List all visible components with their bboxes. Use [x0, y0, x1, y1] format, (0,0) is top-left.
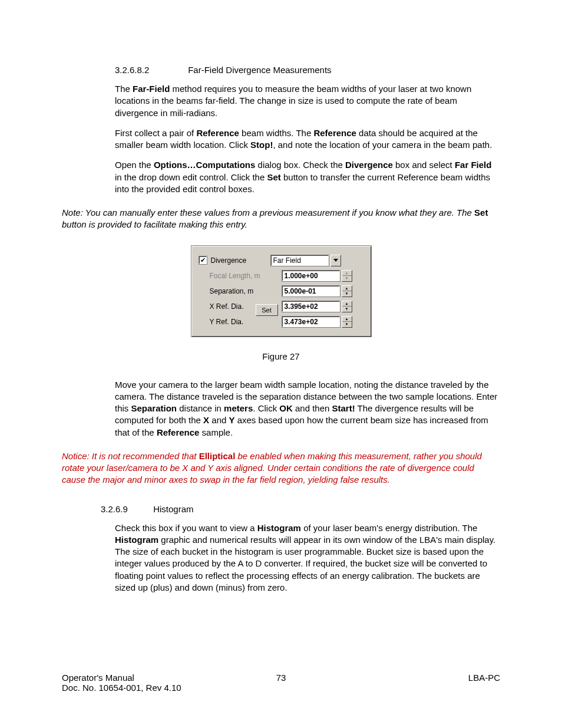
separation-label: Separation, m [210, 287, 254, 295]
separation-field[interactable]: 5.000e-01 [282, 285, 340, 297]
note: Note: You can manually enter these value… [62, 207, 500, 231]
focal-length-field[interactable]: 1.000e+00 [282, 270, 340, 282]
section-32682: 3.2.6.8.2 Far-Field Divergence Measureme… [115, 65, 500, 195]
heading-title: Histogram [153, 504, 193, 514]
yref-field[interactable]: 3.473e+02 [282, 316, 340, 328]
xref-spinner[interactable]: ▲▼ [342, 301, 352, 312]
xref-field[interactable]: 3.395e+02 [282, 301, 340, 312]
separation-spinner[interactable]: ▲▼ [342, 285, 352, 297]
focal-length-label: Focal Length, m [210, 272, 260, 280]
heading-number: 3.2.6.9 [101, 504, 151, 514]
chevron-down-icon [333, 259, 338, 262]
paragraph: Move your camera to the larger beam widt… [115, 379, 500, 439]
divergence-checkbox[interactable]: ✔ [199, 256, 207, 265]
page: 3.2.6.8.2 Far-Field Divergence Measureme… [0, 0, 562, 728]
dropdown-button[interactable] [330, 255, 341, 266]
heading-32682: 3.2.6.8.2 Far-Field Divergence Measureme… [115, 65, 500, 75]
post-figure-block: Move your camera to the larger beam widt… [115, 379, 500, 439]
footer-page-number: 73 [62, 673, 500, 683]
heading-title: Far-Field Divergence Measurements [188, 65, 331, 75]
divergence-dialog: ✔ Divergence Far Field Focal Length, m 1… [191, 245, 372, 337]
heading-number: 3.2.6.8.2 [115, 65, 186, 75]
set-button[interactable]: Set [256, 304, 278, 316]
check-icon: ✔ [200, 257, 206, 263]
notice: Notice: It is not recommended that Ellip… [62, 450, 500, 486]
page-footer: Operator's Manual Doc. No. 10654-001, Re… [62, 673, 500, 693]
paragraph: Check this box if you want to view a His… [115, 522, 500, 594]
xref-label: X Ref. Dia. [210, 302, 244, 311]
figure-caption: Figure 27 [62, 351, 500, 361]
paragraph: First collect a pair of Reference beam w… [115, 127, 500, 151]
paragraph: The Far-Field method requires you to mea… [115, 83, 500, 119]
section-3269-body: Check this box if you want to view a His… [115, 522, 500, 594]
yref-spinner[interactable]: ▲▼ [342, 316, 352, 328]
divergence-label: Divergence [211, 256, 247, 265]
yref-label: Y Ref. Dia. [210, 318, 244, 326]
paragraph: Open the Options…Computations dialog box… [115, 159, 500, 195]
heading-3269: 3.2.6.9 Histogram [101, 504, 500, 514]
method-dropdown[interactable]: Far Field [270, 255, 329, 266]
focal-spinner: ▲▼ [342, 270, 352, 282]
